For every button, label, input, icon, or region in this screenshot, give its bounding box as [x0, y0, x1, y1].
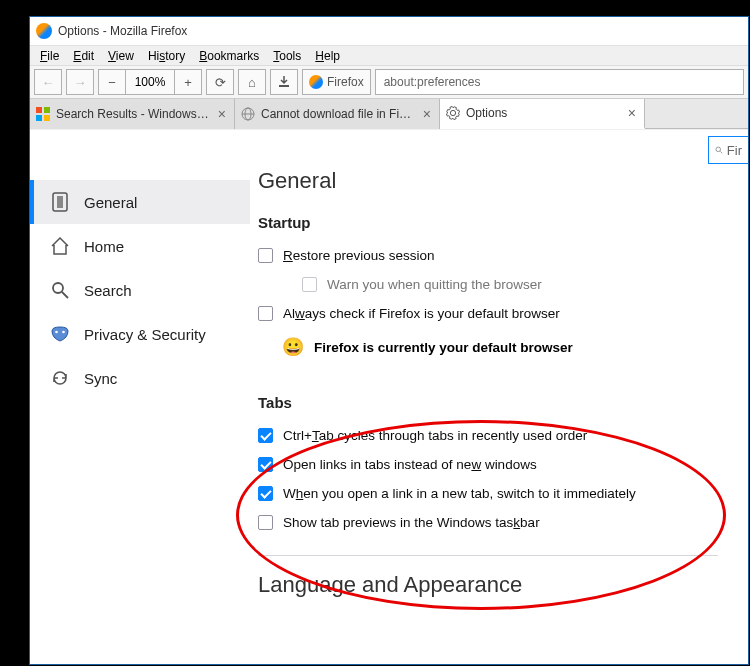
menu-help[interactable]: Help: [309, 47, 346, 65]
tab-cannot-download[interactable]: Cannot download file in Firefox o ×: [235, 99, 440, 129]
nav-toolbar: ← → − 100% + ⟳ ⌂ Firefox about:preferenc…: [30, 65, 748, 99]
svg-rect-2: [44, 107, 50, 113]
svg-point-12: [55, 331, 58, 334]
firefox-icon: [36, 23, 52, 39]
firefox-window: Options - Mozilla Firefox File Edit View…: [29, 16, 749, 665]
site-identity[interactable]: Firefox: [302, 69, 371, 95]
checkbox-tab-previews[interactable]: [258, 515, 273, 530]
svg-line-11: [62, 292, 68, 298]
url-bar[interactable]: about:preferences: [375, 69, 744, 95]
home-icon: [48, 234, 72, 258]
forward-button[interactable]: →: [66, 69, 94, 95]
identity-label: Firefox: [327, 75, 364, 89]
mask-icon: [48, 322, 72, 346]
svg-point-13: [62, 331, 65, 334]
menu-file[interactable]: File: [34, 47, 65, 65]
checkbox-restore-session[interactable]: [258, 248, 273, 263]
svg-line-15: [720, 151, 722, 153]
row-warn-quit: Warn you when quitting the browser: [258, 270, 748, 299]
sidebar-item-sync[interactable]: Sync: [30, 356, 250, 400]
tab-options[interactable]: Options ×: [440, 99, 645, 129]
search-placeholder: Fir: [727, 143, 742, 158]
find-in-options[interactable]: Fir: [708, 136, 748, 164]
sidebar-label: General: [84, 194, 137, 211]
sidebar-label: Home: [84, 238, 124, 255]
sidebar-item-privacy[interactable]: Privacy & Security: [30, 312, 250, 356]
globe-icon: [241, 107, 255, 121]
tab-label: Options: [466, 106, 620, 120]
label-tab-previews: Show tab previews in the Windows taskbar: [283, 515, 540, 530]
row-ctrl-tab: Ctrl+Tab cycles through tabs in recently…: [258, 421, 748, 450]
svg-point-10: [53, 283, 63, 293]
downloads-button[interactable]: [270, 69, 298, 95]
row-restore-session: Restore previous session: [258, 241, 748, 270]
heading-tabs: Tabs: [258, 394, 748, 411]
window-title: Options - Mozilla Firefox: [58, 24, 187, 38]
row-open-links: Open links in tabs instead of new window…: [258, 450, 748, 479]
general-icon: [48, 190, 72, 214]
sidebar-item-general[interactable]: General: [30, 180, 250, 224]
sidebar-label: Search: [84, 282, 132, 299]
label-ctrl-tab: Ctrl+Tab cycles through tabs in recently…: [283, 428, 587, 443]
firefox-identity-icon: [309, 75, 323, 89]
tab-strip: Search Results - Windows 10 Help × Canno…: [30, 99, 748, 129]
preferences-sidebar: General Home Search Privacy & Security S…: [30, 130, 250, 664]
svg-rect-9: [57, 196, 63, 208]
preferences-content: General Home Search Privacy & Security S…: [30, 130, 748, 664]
download-icon: [277, 75, 291, 89]
checkbox-warn-quit[interactable]: [302, 277, 317, 292]
gear-icon: [446, 106, 460, 120]
sidebar-item-search[interactable]: Search: [30, 268, 250, 312]
menu-history[interactable]: History: [142, 47, 191, 65]
svg-rect-4: [44, 115, 50, 121]
label-open-links: Open links in tabs instead of new window…: [283, 457, 537, 472]
search-icon: [715, 144, 723, 156]
label-warn-quit: Warn you when quitting the browser: [327, 277, 542, 292]
home-button[interactable]: ⌂: [238, 69, 266, 95]
default-browser-text: Firefox is currently your default browse…: [314, 340, 573, 355]
checkbox-open-links[interactable]: [258, 457, 273, 472]
svg-point-14: [716, 147, 721, 152]
svg-rect-0: [279, 85, 289, 87]
checkbox-ctrl-tab[interactable]: [258, 428, 273, 443]
sync-icon: [48, 366, 72, 390]
label-always-check: Always check if Firefox is your default …: [283, 306, 560, 321]
label-switch-to: When you open a link in a new tab, switc…: [283, 486, 636, 501]
search-icon: [48, 278, 72, 302]
tab-label: Search Results - Windows 10 Help: [56, 107, 210, 121]
zoom-control: − 100% +: [98, 69, 202, 95]
close-icon[interactable]: ×: [421, 106, 433, 122]
menu-tools[interactable]: Tools: [267, 47, 307, 65]
reload-button[interactable]: ⟳: [206, 69, 234, 95]
menu-view[interactable]: View: [102, 47, 140, 65]
menu-bookmarks[interactable]: Bookmarks: [193, 47, 265, 65]
row-switch-to: When you open a link in a new tab, switc…: [258, 479, 748, 508]
tab-search-results[interactable]: Search Results - Windows 10 Help ×: [30, 99, 235, 129]
close-icon[interactable]: ×: [216, 106, 228, 122]
heading-startup: Startup: [258, 214, 748, 231]
close-icon[interactable]: ×: [626, 105, 638, 121]
sidebar-label: Sync: [84, 370, 117, 387]
sidebar-item-home[interactable]: Home: [30, 224, 250, 268]
smile-icon: 😀: [282, 336, 304, 358]
label-restore-session: Restore previous session: [283, 248, 435, 263]
heading-language: Language and Appearance: [258, 572, 748, 598]
preferences-main: Fir General Startup Restore previous ses…: [250, 130, 748, 664]
back-button[interactable]: ←: [34, 69, 62, 95]
checkbox-always-check[interactable]: [258, 306, 273, 321]
titlebar: Options - Mozilla Firefox: [30, 17, 748, 45]
default-browser-status: 😀 Firefox is currently your default brow…: [258, 328, 748, 366]
menubar: File Edit View History Bookmarks Tools H…: [30, 45, 748, 65]
zoom-out-button[interactable]: −: [98, 69, 126, 95]
zoom-value[interactable]: 100%: [126, 69, 174, 95]
svg-rect-1: [36, 107, 42, 113]
row-tab-previews: Show tab previews in the Windows taskbar: [258, 508, 748, 537]
sidebar-label: Privacy & Security: [84, 326, 206, 343]
menu-edit[interactable]: Edit: [67, 47, 100, 65]
heading-general: General: [258, 168, 748, 194]
row-always-check: Always check if Firefox is your default …: [258, 299, 748, 328]
svg-rect-3: [36, 115, 42, 121]
checkbox-switch-to[interactable]: [258, 486, 273, 501]
windows-icon: [36, 107, 50, 121]
zoom-in-button[interactable]: +: [174, 69, 202, 95]
